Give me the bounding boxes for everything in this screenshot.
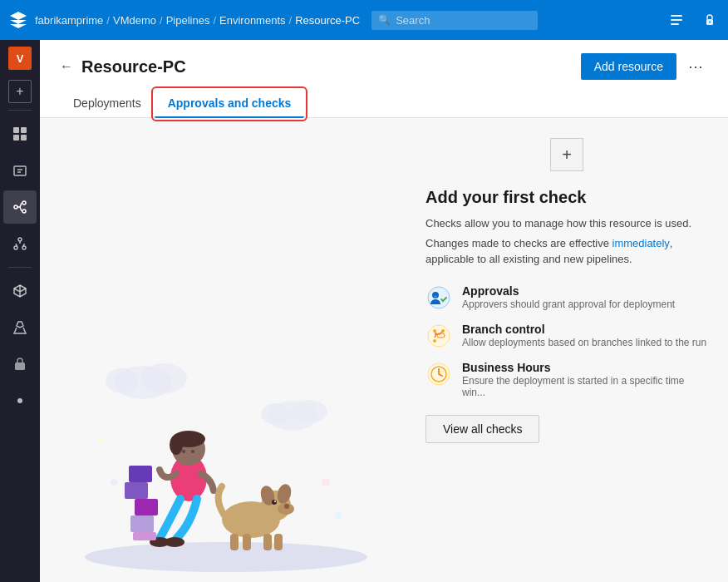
check-info-business-hours: Business Hours Ensure the deployment is … xyxy=(462,361,708,398)
breadcrumb-fabrikam[interactable]: fabrikamprime xyxy=(35,14,103,27)
svg-point-43 xyxy=(272,500,277,505)
svg-rect-35 xyxy=(129,466,152,482)
svg-point-59 xyxy=(441,329,445,333)
sidebar: V + xyxy=(0,40,40,582)
topbar-right xyxy=(665,8,721,32)
search-box[interactable]: 🔍 xyxy=(371,11,538,30)
svg-rect-2 xyxy=(671,23,679,25)
svg-point-52 xyxy=(335,512,342,519)
svg-rect-5 xyxy=(13,127,19,133)
svg-rect-36 xyxy=(133,532,156,540)
breadcrumb-resource-pc[interactable]: Resource-PC xyxy=(295,14,360,27)
check-name-business-hours: Business Hours xyxy=(462,361,708,374)
breadcrumb-sep-1: / xyxy=(160,14,163,27)
breadcrumb-sep-2: / xyxy=(213,14,216,27)
svg-point-10 xyxy=(14,205,17,209)
check-item-branch: Branch control Allow deployments based o… xyxy=(425,323,708,349)
sidebar-item-boards[interactable] xyxy=(3,154,37,187)
breadcrumb-sep-0: / xyxy=(106,14,110,27)
view-all-checks-button[interactable]: View all checks xyxy=(425,415,539,443)
avatar[interactable]: V xyxy=(8,47,32,70)
breadcrumb-vmdemo[interactable]: VMdemo xyxy=(113,14,156,27)
check-name-branch: Branch control xyxy=(462,323,708,336)
breadcrumb-sep-3: / xyxy=(289,14,293,27)
add-resource-button[interactable]: Add resource xyxy=(581,53,676,80)
page-header: ← Resource-PC Add resource ⋯ Deployments… xyxy=(40,40,728,118)
svg-point-56 xyxy=(428,325,450,347)
svg-point-11 xyxy=(22,201,26,205)
page-body: + Add your first check Checks allow you … xyxy=(40,118,728,582)
svg-point-42 xyxy=(284,504,289,509)
svg-point-13 xyxy=(18,238,22,241)
svg-rect-34 xyxy=(125,482,148,499)
svg-point-51 xyxy=(99,438,104,443)
check-desc-business-hours: Ensure the deployment is started in a sp… xyxy=(462,375,708,398)
svg-rect-32 xyxy=(130,515,154,532)
first-check-desc-2: Changes made to checks are effective imm… xyxy=(425,235,708,268)
first-check-title: Add your first check xyxy=(425,188,708,207)
topbar: fabrikamprime / VMdemo / Pipelines / Env… xyxy=(0,0,728,40)
sidebar-divider-2 xyxy=(8,267,32,268)
add-check-button[interactable]: + xyxy=(550,138,583,171)
check-item-business-hours: Business Hours Ensure the deployment is … xyxy=(425,361,708,398)
check-item-approvals: Approvals Approvers should grant approva… xyxy=(425,284,708,311)
svg-rect-1 xyxy=(671,19,682,21)
more-options-button[interactable]: ⋯ xyxy=(683,54,708,79)
svg-point-19 xyxy=(106,368,139,393)
svg-point-44 xyxy=(274,501,276,502)
svg-point-12 xyxy=(22,210,26,213)
search-input[interactable] xyxy=(396,14,531,27)
sidebar-divider-1 xyxy=(8,110,32,111)
svg-rect-47 xyxy=(263,534,272,550)
lock-icon[interactable] xyxy=(698,8,721,32)
sidebar-item-pipelines[interactable] xyxy=(3,190,37,224)
back-button[interactable]: ← xyxy=(60,59,73,74)
svg-point-22 xyxy=(261,403,291,425)
svg-rect-48 xyxy=(274,534,283,550)
svg-point-49 xyxy=(111,479,117,486)
first-check-desc-1: Checks allow you to manage how this reso… xyxy=(425,215,708,232)
svg-point-28 xyxy=(182,450,185,453)
page-title-right: Add resource ⋯ xyxy=(581,53,708,80)
breadcrumb: fabrikamprime / VMdemo / Pipelines / Env… xyxy=(35,14,360,27)
sidebar-item-testplans[interactable] xyxy=(3,311,37,344)
list-icon[interactable] xyxy=(665,8,688,32)
sidebar-item-overview[interactable] xyxy=(3,117,37,150)
tab-approvals-and-checks[interactable]: Approvals and checks xyxy=(155,90,305,118)
search-icon: 🔍 xyxy=(378,14,391,26)
page-title-left: ← Resource-PC xyxy=(60,57,186,76)
sidebar-add-button[interactable]: + xyxy=(8,80,32,103)
tab-deployments[interactable]: Deployments xyxy=(60,90,155,118)
sidebar-item-security[interactable] xyxy=(3,348,37,381)
svg-point-18 xyxy=(140,363,187,393)
svg-rect-8 xyxy=(21,135,27,141)
check-info-approvals: Approvals Approvers should grant approva… xyxy=(462,284,708,310)
check-info-branch: Branch control Allow deployments based o… xyxy=(462,323,708,348)
svg-point-31 xyxy=(165,537,184,547)
check-desc-approvals: Approvers should grant approval for depl… xyxy=(462,298,708,310)
main-layout: V + xyxy=(0,40,728,582)
svg-point-23 xyxy=(85,542,367,572)
desc2-pre: Changes made to checks are effective xyxy=(425,237,612,249)
svg-point-50 xyxy=(322,478,330,486)
svg-rect-7 xyxy=(13,135,19,141)
checks-list: Approvals Approvers should grant approva… xyxy=(425,284,708,398)
sidebar-item-repos[interactable] xyxy=(3,227,37,260)
sidebar-item-settings[interactable] xyxy=(3,384,37,417)
svg-point-15 xyxy=(22,246,26,249)
svg-point-14 xyxy=(14,246,17,249)
svg-rect-6 xyxy=(21,127,27,133)
svg-point-4 xyxy=(709,22,711,23)
breadcrumb-environments[interactable]: Environments xyxy=(219,14,285,27)
svg-point-55 xyxy=(434,295,437,298)
svg-rect-45 xyxy=(230,534,239,550)
breadcrumb-pipelines[interactable]: Pipelines xyxy=(166,14,210,27)
svg-rect-16 xyxy=(15,363,25,370)
svg-point-58 xyxy=(433,339,436,343)
page-title: Resource-PC xyxy=(81,57,186,76)
svg-rect-9 xyxy=(14,166,26,175)
illustration-area xyxy=(40,118,412,582)
app-logo[interactable] xyxy=(7,8,30,32)
right-panel: + Add your first check Checks allow you … xyxy=(412,118,728,582)
sidebar-item-artifacts[interactable] xyxy=(3,274,37,308)
